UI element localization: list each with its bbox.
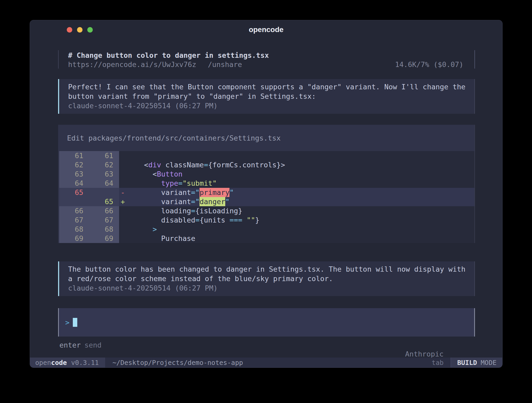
new-line-number [89,188,119,197]
assistant-message: Perfect! I can see that the Button compo… [58,79,475,114]
mode-suffix: MODE [481,359,497,366]
new-line-number: 66 [89,206,119,215]
old-line-number: 67 [59,215,89,225]
code-text: <Button [127,169,182,179]
old-line-number: 69 [59,234,89,243]
working-directory: ~/Desktop/Projects/demo-notes-app [112,359,243,366]
code-text: variant="primary" [127,188,234,197]
old-line-number [59,197,89,206]
code-text: type="submit" [127,179,217,188]
session-title: # Change button color to danger in setti… [68,51,463,60]
code-line: <div className={formCs.controls}> [119,160,474,169]
code-text: disabled={units === ""} [127,215,259,225]
session-content: # Change button color to danger in setti… [58,37,475,350]
new-line-number: 67 [89,215,119,225]
app-version-chip: opencode v0.3.11 [30,358,105,368]
diff-rows: 61616262 <div className={formCs.controls… [58,151,474,243]
diff-row: 6969 Purchase [59,234,474,243]
code-line: type="submit" [119,179,474,188]
code-text: loading={isLoading} [127,206,242,215]
old-line-number: 61 [59,151,89,160]
send-label: send [84,341,101,350]
diff-marker: - [119,188,127,197]
prompt-input[interactable]: > [58,308,475,337]
old-line-number: 64 [59,179,89,188]
code-line: Purchase [119,234,474,243]
diff-row: 6363 <Button [59,169,474,179]
code-line: > [119,225,474,234]
terminal-window: opencode # Change button color to danger… [30,20,503,368]
code-line: + variant="danger" [119,197,474,206]
diff-row: 6161 [59,151,474,160]
brand-code: code [51,359,67,366]
token-cost-stats: 14.6K/7% ($0.07) [395,60,463,69]
message-text: a red/rose color scheme instead of the b… [68,274,474,283]
message-text: button variant from "primary" to "danger… [68,92,474,101]
edit-tool-header: Edit packages/frontend/src/containers/Se… [58,125,474,151]
message-meta: claude-sonnet-4-20250514 (06:27 PM) [68,101,474,111]
diff-row: 65+ variant="danger" [59,197,474,206]
old-line-number: 62 [59,160,89,169]
code-line [119,151,474,160]
titlebar: opencode [30,20,502,37]
diff-row: 6464 type="submit" [59,179,474,188]
status-bar: opencode v0.3.11 ~/Desktop/Projects/demo… [30,358,502,368]
hint-bar: enter send Anthropic Claude Sonnet 4 [58,341,475,350]
new-line-number: 69 [89,234,119,243]
diff-row: 6767 disabled={units === ""} [59,215,474,225]
message-meta: claude-sonnet-4-20250514 (06:27 PM) [68,283,474,293]
diff-row: 6868 > [59,225,474,234]
diff-row: 6666 loading={isLoading} [59,206,474,215]
brand-open: open [35,359,51,366]
window-title: opencode [30,25,502,34]
prompt-caret: > [65,318,69,327]
new-line-number: 68 [89,225,119,234]
text-cursor [73,318,77,327]
diff-marker [119,225,127,234]
code-line: loading={isLoading} [119,206,474,215]
session-header: # Change button color to danger in setti… [58,50,475,69]
new-line-number: 64 [89,179,119,188]
diff-marker: + [119,197,127,206]
diff-marker [119,215,127,225]
code-line: disabled={units === ""} [119,215,474,225]
old-line-number: 63 [59,169,89,179]
tab-keyhint: tab [432,359,443,366]
message-text: The button color has been changed to dan… [68,265,474,274]
model-indicator: Anthropic Claude Sonnet 4 [371,341,473,350]
unshare-command[interactable]: /unshare [208,60,242,69]
message-text: Perfect! I can see that the Button compo… [68,82,474,92]
new-line-number: 61 [89,151,119,160]
enter-keyhint: enter [59,341,81,350]
status-right: tab BUILD MODE [432,358,502,368]
app-version: v0.3.11 [71,359,99,366]
old-line-number: 65 [59,188,89,197]
code-line: - variant="primary" [119,188,474,197]
code-text: <div className={formCs.controls}> [127,160,285,169]
diff-row: 65- variant="primary" [59,188,474,197]
mode-name: BUILD [457,359,477,366]
diff-row: 6262 <div className={formCs.controls}> [59,160,474,169]
code-line: <Button [119,169,474,179]
session-subline: https://opencode.ai/s/UwJxv76z /unshare … [68,60,463,69]
code-text: variant="danger" [127,197,229,206]
diff-marker [119,169,127,179]
mode-toggle[interactable]: BUILD MODE [451,358,502,368]
provider-name: Anthropic [405,350,443,358]
diff-marker [119,160,127,169]
code-text: > [127,225,157,234]
share-url: https://opencode.ai/s/UwJxv76z [68,60,196,69]
assistant-message: The button color has been changed to dan… [58,261,475,296]
diff-marker [119,151,127,160]
new-line-number: 62 [89,160,119,169]
diff-marker [119,234,127,243]
new-line-number: 65 [89,197,119,206]
edit-tool-card: Edit packages/frontend/src/containers/Se… [58,125,475,243]
code-text: Purchase [127,234,195,243]
diff-marker [119,179,127,188]
old-line-number: 68 [59,225,89,234]
new-line-number: 63 [89,169,119,179]
diff-marker [119,206,127,215]
old-line-number: 66 [59,206,89,215]
